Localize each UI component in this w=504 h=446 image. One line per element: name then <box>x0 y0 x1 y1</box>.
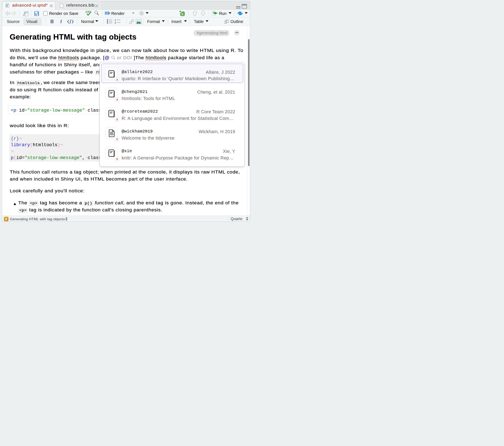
svg-text:2: 2 <box>115 21 116 24</box>
svg-text:1: 1 <box>115 19 116 21</box>
svg-text:c: c <box>181 12 184 16</box>
